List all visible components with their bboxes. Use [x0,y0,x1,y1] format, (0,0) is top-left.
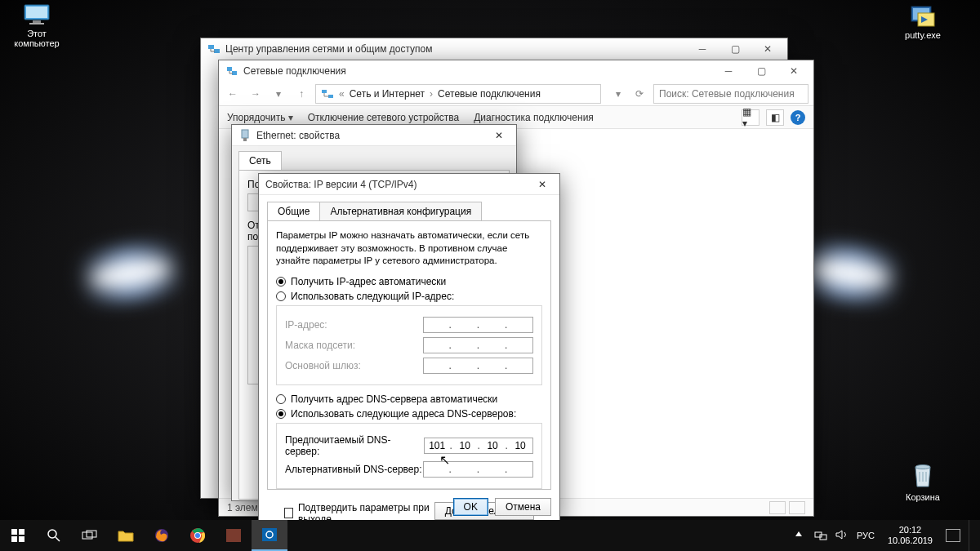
address-bar[interactable]: « Сеть и Интернет › Сетевые подключения [315,84,601,104]
preview-pane-button[interactable]: ◧ [766,109,784,126]
clock-date: 10.06.2019 [888,535,933,546]
ip-address-field: ... [423,317,533,333]
tray-overflow-button[interactable] [793,529,806,542]
organize-menu[interactable]: Упорядочить [227,112,293,123]
validate-checkbox[interactable] [284,508,293,518]
close-button[interactable]: ✕ [485,125,513,146]
svg-rect-17 [19,529,24,535]
svg-rect-29 [262,528,277,541]
svg-rect-12 [322,90,327,93]
large-icons-view-button[interactable] [789,501,805,514]
svg-rect-15 [243,138,247,141]
close-button[interactable]: ✕ [777,60,810,82]
monitor-icon [23,3,51,26]
radio-obtain-dns-auto[interactable]: Получить адрес DNS-сервера автоматически [276,393,542,405]
diagnose-button[interactable]: Диагностика подключения [474,112,594,123]
search-button[interactable] [36,520,72,551]
subnet-mask-label: Маска подсети: [285,340,355,351]
breadcrumb[interactable]: Сетевые подключения [438,88,541,100]
titlebar[interactable]: Свойства: IP версии 4 (TCP/IPv4) ✕ [259,174,559,195]
view-options-button[interactable]: ▦ ▾ [742,109,760,126]
desktop-icon-putty[interactable]: putty.exe [894,3,951,40]
back-button[interactable]: ← [224,85,242,103]
search-icon [47,528,61,543]
clock[interactable]: 20:12 10.06.2019 [883,525,938,545]
search-input[interactable]: Поиск: Сетевые подключения [653,84,808,104]
minimize-button[interactable]: ─ [686,38,719,60]
putty-icon [910,3,936,28]
taskbar-firefox[interactable] [144,520,180,551]
start-button[interactable] [0,520,36,551]
help-button[interactable]: ? [791,110,805,125]
svg-point-27 [195,533,200,538]
search-placeholder: Поиск: Сетевые подключения [659,88,795,100]
desktop-icon-recycle-bin[interactable]: Корзина [894,462,951,502]
history-button[interactable]: ▾ [270,85,287,103]
refresh-button[interactable]: ⟳ [630,85,648,103]
tab-network[interactable]: Сеть [238,151,282,170]
network-tray-icon[interactable] [814,529,827,542]
svg-rect-10 [227,67,232,71]
window-title: Сетевые подключения [243,65,346,77]
radio-icon [276,394,286,404]
titlebar[interactable]: Ethernet: свойства ✕ [232,125,516,146]
taskbar-settings[interactable] [252,520,287,551]
minimize-button[interactable]: ─ [712,60,745,82]
task-view-icon [82,530,98,541]
taskbar-chrome[interactable] [180,520,216,551]
close-button[interactable]: ✕ [528,174,556,195]
maximize-button[interactable]: ▢ [745,60,777,82]
titlebar[interactable]: Центр управления сетями и общим доступом… [201,38,787,60]
desktop-icon-label: Этот компьютер [14,29,59,48]
svg-rect-28 [226,529,241,542]
svg-rect-22 [82,532,92,539]
recycle-bin-icon [911,462,935,490]
system-tray: РУС 20:12 10.06.2019 [786,520,980,551]
taskbar: РУС 20:12 10.06.2019 [0,520,980,551]
network-icon [225,64,238,78]
task-view-button[interactable] [72,520,108,551]
window-title: Свойства: IP версии 4 (TCP/IPv4) [265,179,417,190]
disable-device-button[interactable]: Отключение сетевого устройства [308,112,459,123]
show-desktop-button[interactable] [969,520,973,551]
tab-general[interactable]: Общие [267,202,320,220]
window-title: Центр управления сетями и общим доступом [225,43,433,55]
svg-rect-23 [87,531,96,537]
radio-use-following-dns[interactable]: Использовать следующие адреса DNS-сервер… [276,408,542,420]
window-title: Ethernet: свойства [256,130,340,141]
details-view-button[interactable] [769,501,786,514]
help-text: Параметры IP можно назначать автоматичес… [276,229,542,268]
taskbar-app[interactable] [216,520,252,551]
language-indicator[interactable]: РУС [857,531,875,540]
taskbar-file-explorer[interactable] [108,520,144,551]
radio-obtain-ip-auto[interactable]: Получить IP-адрес автоматически [276,276,542,287]
volume-tray-icon[interactable] [835,529,849,542]
radio-icon [276,277,286,287]
window-ipv4-properties: Свойства: IP версии 4 (TCP/IPv4) ✕ Общие… [258,173,560,522]
close-button[interactable]: ✕ [751,38,784,60]
radio-icon [276,291,286,301]
cancel-button[interactable]: Отмена [495,498,551,516]
addr-dropdown-button[interactable]: ▾ [609,85,627,103]
svg-point-20 [48,530,56,538]
svg-rect-3 [29,23,44,24]
preferred-dns-field[interactable]: 101. 10. 10. 10 [424,438,533,454]
alternate-dns-field[interactable]: ... [423,461,533,478]
maximize-button[interactable]: ▢ [719,38,751,60]
desktop-icon-this-pc[interactable]: Этот компьютер [8,3,65,48]
action-center-button[interactable] [946,529,960,542]
titlebar[interactable]: Сетевые подключения ─ ▢ ✕ [219,60,813,82]
chrome-icon [189,527,206,544]
radio-use-following-ip[interactable]: Использовать следующий IP-адрес: [276,291,542,302]
tab-alternate-config[interactable]: Альтернативная конфигурация [319,202,482,220]
ok-button[interactable]: OK [453,498,488,516]
gateway-field: ... [423,358,533,374]
preferred-dns-label: Предпочитаемый DNS-сервер: [285,434,424,457]
forward-button[interactable]: → [247,85,265,103]
svg-line-21 [56,537,60,541]
svg-rect-2 [33,20,41,23]
svg-rect-16 [11,529,17,535]
settings-window-icon [261,527,278,542]
breadcrumb[interactable]: Сеть и Интернет [350,88,425,100]
up-button[interactable]: ↑ [292,85,310,103]
